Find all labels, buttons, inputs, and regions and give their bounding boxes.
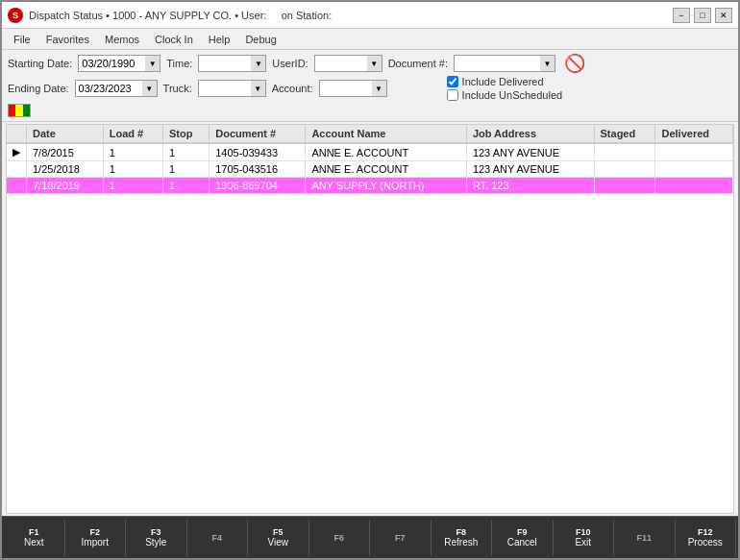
cell-date: 7/8/2015 bbox=[27, 143, 104, 161]
refresh-no-icon[interactable]: 🚫 bbox=[565, 54, 584, 73]
fn-btn-f11[interactable]: F11 bbox=[614, 520, 676, 556]
document-dropdown-btn[interactable]: ▼ bbox=[540, 55, 555, 72]
menu-help[interactable]: Help bbox=[201, 32, 238, 47]
time-field[interactable]: ▼ bbox=[198, 55, 266, 72]
row-indicator bbox=[7, 161, 27, 178]
toolbar-row-1: Starting Date: ▼ Time: ▼ UserID: ▼ Docum… bbox=[8, 54, 732, 73]
include-delivered-label: Include Delivered bbox=[462, 76, 544, 87]
fn-btn-f4[interactable]: F4 bbox=[187, 520, 249, 556]
col-staged: Staged bbox=[594, 125, 655, 143]
menu-clock-in[interactable]: Clock In bbox=[147, 32, 201, 47]
cell-delivered bbox=[655, 178, 733, 194]
table-row[interactable]: 1/25/2018111705-043516ANNE E. ACCOUNT123… bbox=[7, 161, 733, 178]
minimize-button[interactable]: − bbox=[673, 8, 690, 23]
window-title: Dispatch Status • 1000 - ANY SUPPLY CO. … bbox=[29, 10, 673, 21]
ending-date-label: Ending Date: bbox=[8, 83, 69, 94]
cell-delivered bbox=[655, 143, 733, 161]
table-row[interactable]: 7/18/2019111906-869704ANY SUPPLY (NORTH)… bbox=[7, 178, 733, 194]
close-button[interactable]: ✕ bbox=[715, 8, 732, 23]
cell-account-name: ANNE E. ACCOUNT bbox=[306, 143, 467, 161]
fn-btn-f12[interactable]: F12Process bbox=[676, 520, 737, 556]
account-dropdown-btn[interactable]: ▼ bbox=[372, 80, 387, 97]
userid-label: UserID: bbox=[272, 58, 308, 69]
include-delivered-checkbox[interactable] bbox=[447, 76, 458, 87]
include-unscheduled-row: Include UnScheduled bbox=[447, 89, 563, 101]
toolbar-row-2: Ending Date: ▼ Truck: ▼ Account: ▼ In bbox=[8, 76, 732, 101]
menu-file[interactable]: File bbox=[6, 32, 38, 47]
fn-btn-f8[interactable]: F8Refresh bbox=[432, 520, 493, 556]
col-document: Document # bbox=[210, 125, 306, 143]
status-bar: F1NextF2ImportF3StyleF4F5ViewF6F7F8Refre… bbox=[2, 516, 738, 558]
starting-date-input[interactable] bbox=[78, 55, 145, 72]
fn-btn-f3[interactable]: F3Style bbox=[126, 520, 187, 556]
menu-favorites[interactable]: Favorites bbox=[38, 32, 97, 47]
account-input[interactable] bbox=[319, 80, 372, 97]
userid-input[interactable] bbox=[314, 55, 367, 72]
fn-btn-f10[interactable]: F10Exit bbox=[554, 520, 615, 556]
cell-job-address: RT. 123 bbox=[466, 178, 594, 194]
table-body: ▶7/8/2015111405-039433ANNE E. ACCOUNT123… bbox=[7, 143, 733, 194]
starting-date-dropdown-btn[interactable]: ▼ bbox=[145, 55, 160, 72]
app-icon: S bbox=[8, 8, 23, 23]
color-button[interactable] bbox=[8, 104, 31, 117]
ending-date-field[interactable]: ▼ bbox=[75, 80, 158, 97]
table-row[interactable]: ▶7/8/2015111405-039433ANNE E. ACCOUNT123… bbox=[7, 143, 733, 161]
restore-button[interactable]: □ bbox=[694, 8, 711, 23]
col-account-name: Account Name bbox=[306, 125, 467, 143]
truck-field[interactable]: ▼ bbox=[198, 80, 266, 97]
col-load: Load # bbox=[103, 125, 162, 143]
cell-stop: 1 bbox=[163, 161, 210, 178]
cell-account-name: ANY SUPPLY (NORTH) bbox=[306, 178, 467, 194]
toolbar: Starting Date: ▼ Time: ▼ UserID: ▼ Docum… bbox=[2, 50, 738, 122]
truck-input[interactable] bbox=[198, 80, 251, 97]
truck-label: Truck: bbox=[163, 83, 192, 94]
fn-btn-f5[interactable]: F5View bbox=[248, 520, 309, 556]
document-field[interactable]: ▼ bbox=[454, 55, 555, 72]
cell-document: 1405-039433 bbox=[210, 143, 306, 161]
document-label: Document #: bbox=[388, 58, 448, 69]
ending-date-input[interactable] bbox=[75, 80, 142, 97]
cell-staged bbox=[594, 178, 655, 194]
document-input[interactable] bbox=[454, 55, 540, 72]
include-unscheduled-checkbox[interactable] bbox=[447, 89, 458, 101]
col-stop: Stop bbox=[163, 125, 210, 143]
account-field[interactable]: ▼ bbox=[319, 80, 387, 97]
cell-document: 1705-043516 bbox=[210, 161, 306, 178]
cell-date: 1/25/2018 bbox=[27, 161, 104, 178]
cell-stop: 1 bbox=[163, 178, 210, 194]
col-date: Date bbox=[27, 125, 104, 143]
fn-btn-f1[interactable]: F1Next bbox=[4, 520, 65, 556]
starting-date-label: Starting Date: bbox=[8, 58, 72, 69]
ending-date-dropdown-btn[interactable]: ▼ bbox=[142, 80, 158, 97]
col-delivered: Delivered bbox=[655, 125, 733, 143]
main-window: S Dispatch Status • 1000 - ANY SUPPLY CO… bbox=[0, 0, 740, 560]
menu-memos[interactable]: Memos bbox=[97, 32, 147, 47]
cell-staged bbox=[594, 161, 655, 178]
cell-load: 1 bbox=[103, 178, 162, 194]
fn-btn-f7[interactable]: F7 bbox=[370, 520, 432, 556]
cell-staged bbox=[594, 143, 655, 161]
fn-btn-f9[interactable]: F9Cancel bbox=[492, 520, 554, 556]
menu-bar: File Favorites Memos Clock In Help Debug bbox=[2, 29, 738, 50]
fn-btn-f2[interactable]: F2Import bbox=[65, 520, 127, 556]
data-table-container: Date Load # Stop Document # Account Name… bbox=[6, 124, 734, 514]
data-table: Date Load # Stop Document # Account Name… bbox=[7, 125, 733, 194]
time-label: Time: bbox=[166, 58, 192, 69]
checkbox-area: Include Delivered Include UnScheduled bbox=[447, 76, 563, 101]
time-input[interactable] bbox=[198, 55, 251, 72]
cell-load: 1 bbox=[103, 161, 162, 178]
fn-btn-f6[interactable]: F6 bbox=[309, 520, 371, 556]
menu-debug[interactable]: Debug bbox=[237, 32, 284, 47]
title-bar: S Dispatch Status • 1000 - ANY SUPPLY CO… bbox=[2, 2, 738, 29]
include-unscheduled-label: Include UnScheduled bbox=[462, 89, 563, 101]
cell-delivered bbox=[655, 161, 733, 178]
cell-job-address: 123 ANY AVENUE bbox=[466, 161, 594, 178]
starting-date-field[interactable]: ▼ bbox=[78, 55, 160, 72]
truck-dropdown-btn[interactable]: ▼ bbox=[251, 80, 266, 97]
toolbar-row-3 bbox=[8, 104, 732, 117]
cell-job-address: 123 ANY AVENUE bbox=[466, 143, 594, 161]
time-dropdown-btn[interactable]: ▼ bbox=[251, 55, 266, 72]
userid-field[interactable]: ▼ bbox=[314, 55, 382, 72]
userid-dropdown-btn[interactable]: ▼ bbox=[367, 55, 382, 72]
include-delivered-row: Include Delivered bbox=[447, 76, 563, 87]
